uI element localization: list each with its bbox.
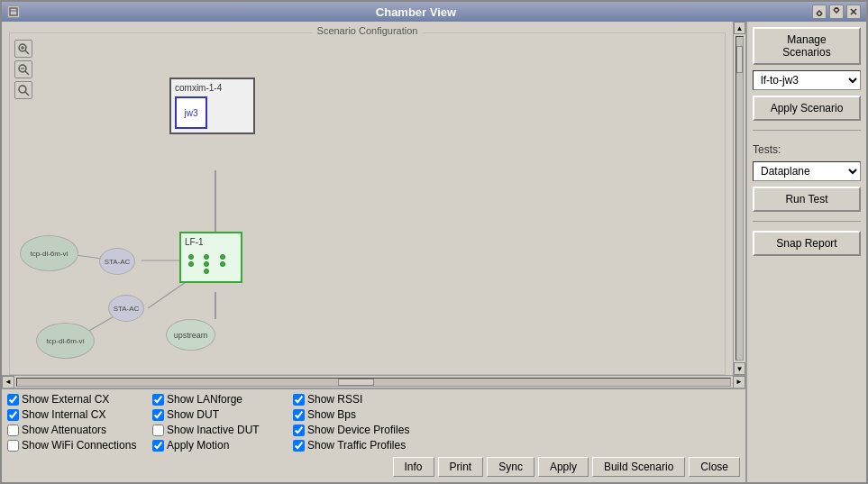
apply-button[interactable]: Apply — [538, 457, 589, 477]
show-bps-label[interactable]: Show Bps — [293, 408, 419, 421]
minimize-button[interactable] — [812, 5, 827, 19]
port-dot — [204, 269, 209, 274]
lf1-label: LF-1 — [185, 237, 237, 247]
h-scroll-thumb[interactable] — [338, 379, 374, 386]
show-inactive-text: Show Inactive DUT — [167, 424, 260, 436]
title-bar-buttons — [812, 5, 861, 19]
svg-point-11 — [19, 86, 26, 93]
show-attenuators-text: Show Attenuators — [22, 424, 106, 436]
comxim-sub: jw3 — [175, 96, 207, 129]
bottom-row-1: Show External CX Show Internal CX Show A… — [7, 393, 740, 477]
apply-motion-label[interactable]: Apply Motion — [152, 439, 288, 452]
scroll-up-arrow[interactable]: ▲ — [734, 22, 745, 34]
port-dot-empty — [188, 269, 194, 274]
tcp-dl-1-node: tcp-dl-6m-vi — [20, 235, 78, 271]
zoom-in-button[interactable] — [14, 40, 32, 58]
scenario-dropdown-row: lf-to-jw3 — [753, 70, 861, 90]
sta-ac-1-label: STA-AC — [105, 258, 131, 266]
title-bar-left — [7, 5, 20, 18]
tests-label: Tests: — [753, 143, 861, 156]
snap-report-button[interactable]: Snap Report — [753, 231, 861, 256]
port-dot — [220, 261, 225, 267]
svg-line-5 — [25, 50, 29, 54]
show-device-profiles-label[interactable]: Show Device Profiles — [293, 424, 419, 436]
apply-scenario-button[interactable]: Apply Scenario — [753, 96, 861, 121]
show-traffic-profiles-text: Show Traffic Profiles — [307, 439, 406, 452]
show-traffic-profiles-checkbox[interactable] — [293, 440, 305, 452]
show-lanforge-label[interactable]: Show LANforge — [152, 393, 288, 406]
bottom-panel: Show External CX Show Internal CX Show A… — [2, 388, 745, 482]
svg-line-9 — [25, 71, 29, 75]
port-dot — [188, 261, 194, 267]
h-scroll-track[interactable] — [16, 378, 731, 387]
show-internal-text: Show Internal CX — [22, 408, 105, 421]
apply-motion-checkbox[interactable] — [152, 440, 164, 452]
svg-line-12 — [25, 92, 29, 96]
port-dot — [204, 254, 209, 260]
scroll-down-arrow[interactable]: ▼ — [734, 362, 745, 375]
maximize-button[interactable] — [829, 5, 844, 19]
show-dut-text: Show DUT — [167, 408, 219, 421]
divider-2 — [753, 221, 861, 222]
canvas-panel: Scenario Configuration — [2, 22, 747, 482]
show-device-profiles-checkbox[interactable] — [293, 425, 305, 436]
show-bps-checkbox[interactable] — [293, 409, 305, 421]
zoom-reset-button[interactable] — [14, 81, 32, 99]
zoom-out-button[interactable] — [14, 60, 32, 78]
scenario-border — [9, 32, 726, 375]
lf1-ports — [185, 251, 237, 278]
sta-ac-2-node: STA-AC — [108, 295, 144, 322]
run-test-button[interactable]: Run Test — [753, 187, 861, 212]
tests-select[interactable]: Dataplane — [753, 161, 861, 181]
show-internal-checkbox[interactable] — [7, 409, 19, 421]
show-bps-text: Show Bps — [307, 408, 356, 421]
show-dut-checkbox[interactable] — [152, 409, 164, 421]
show-inactive-checkbox[interactable] — [152, 425, 164, 436]
horizontal-scrollbar: ◄ ► — [2, 375, 745, 388]
zoom-controls — [14, 40, 32, 99]
port-dot-empty — [220, 269, 225, 274]
show-lanforge-checkbox[interactable] — [152, 394, 164, 406]
button-row: Info Print Sync Apply Build Scenario Clo… — [393, 457, 741, 477]
action-buttons: Info Print Sync Apply Build Scenario Clo… — [393, 457, 741, 477]
v-scroll-track[interactable] — [736, 36, 744, 361]
scenario-select[interactable]: lf-to-jw3 — [753, 70, 861, 90]
show-dut-label[interactable]: Show DUT — [152, 408, 288, 421]
vertical-scrollbar: ▲ ▼ — [733, 22, 745, 375]
show-rssi-text: Show RSSI — [307, 393, 362, 406]
scroll-left-arrow[interactable]: ◄ — [2, 376, 14, 388]
show-internal-label[interactable]: Show Internal CX — [7, 408, 147, 421]
manage-scenarios-button[interactable]: Manage Scenarios — [753, 27, 861, 65]
show-attenuators-label[interactable]: Show Attenuators — [7, 424, 147, 436]
tcp-dl-1-label: tcp-dl-6m-vi — [31, 250, 69, 258]
checkbox-col-3: Show RSSI Show Bps Show Device Profiles — [293, 393, 419, 452]
info-button[interactable]: Info — [393, 457, 434, 477]
close-button[interactable] — [846, 5, 861, 19]
print-button[interactable]: Print — [438, 457, 484, 477]
upstream-label: upstream — [174, 331, 208, 340]
show-wifi-text: Show WiFi Connections — [22, 439, 136, 452]
right-panel: Manage Scenarios lf-to-jw3 Apply Scenari… — [747, 22, 866, 482]
close-button[interactable]: Close — [689, 457, 740, 477]
window-icon — [7, 5, 20, 18]
show-attenuators-checkbox[interactable] — [7, 425, 19, 436]
show-rssi-label[interactable]: Show RSSI — [293, 393, 419, 406]
scroll-right-arrow[interactable]: ► — [733, 376, 745, 388]
show-inactive-label[interactable]: Show Inactive DUT — [152, 424, 288, 436]
show-rssi-checkbox[interactable] — [293, 394, 305, 406]
build-scenario-button[interactable]: Build Scenario — [592, 457, 685, 477]
v-scroll-thumb[interactable] — [736, 46, 743, 73]
sync-button[interactable]: Sync — [487, 457, 535, 477]
window-title: Chamber View — [20, 5, 812, 19]
checkbox-col-1: Show External CX Show Internal CX Show A… — [7, 393, 147, 452]
show-wifi-checkbox[interactable] — [7, 440, 19, 452]
apply-motion-text: Apply Motion — [167, 439, 229, 452]
show-traffic-profiles-label[interactable]: Show Traffic Profiles — [293, 439, 419, 452]
comxim-node: comxim-1-4 jw3 — [169, 78, 255, 134]
comxim-label: comxim-1-4 — [175, 83, 250, 93]
show-wifi-label[interactable]: Show WiFi Connections — [7, 439, 147, 452]
title-bar: Chamber View — [2, 2, 866, 22]
show-external-label[interactable]: Show External CX — [7, 393, 147, 406]
show-external-checkbox[interactable] — [7, 394, 19, 406]
port-dot — [204, 261, 209, 267]
